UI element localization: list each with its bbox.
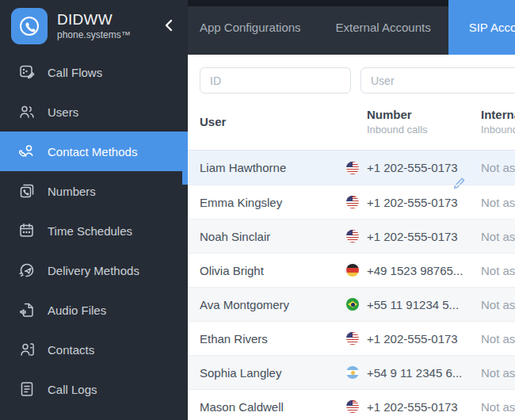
phone-number: +55 11 91234 5...: [367, 298, 459, 311]
number-cell: +1 202-555-0173: [346, 230, 481, 243]
user-name: Olivia Bright: [200, 264, 346, 277]
us-flag-icon: [346, 196, 359, 208]
phone-number: +1 202-555-0173: [367, 161, 458, 174]
internal-number: Not assigned: [481, 366, 515, 380]
id-filter-input[interactable]: [200, 67, 351, 94]
sidebar-item-label: Delivery Methods: [48, 264, 139, 277]
sidebar-item-call-flows[interactable]: Call Flows: [0, 52, 188, 92]
user-name: Noah Sinclair: [200, 230, 346, 243]
column-header-user: User: [200, 115, 346, 128]
phone-number: +1 202-555-0173: [367, 196, 458, 209]
user-name: Liam Hawthorne: [200, 161, 346, 174]
tab-sip-accounts[interactable]: SIP Accounts: [448, 0, 515, 55]
user-name: Emma Kingsley: [200, 196, 346, 209]
sidebar-item-label: Contacts: [48, 343, 94, 357]
us-flag-icon: [346, 400, 359, 413]
internal-number: Not assigned: [481, 332, 515, 346]
user-name: Ava Montgomery: [200, 298, 346, 311]
call-logs-icon: [18, 380, 36, 398]
content-area: User Number Inbound calls Internal Inbou…: [188, 55, 515, 420]
table-row[interactable]: Mason Caldwell +1 202-555-0173 Not assig…: [188, 389, 515, 420]
sidebar-item-label: Audio Files: [48, 304, 106, 317]
sidebar: DIDWW phone.systems™ Call Flows: [0, 0, 188, 420]
user-name: Ethan Rivers: [200, 332, 346, 346]
internal-number: Not assigned: [481, 264, 515, 277]
number-cell: +1 202-555-0173: [346, 196, 481, 209]
tab-external-accounts[interactable]: External Accounts: [319, 0, 448, 55]
brand-text: DIDWW phone.systems™: [57, 11, 131, 41]
filter-bar: [188, 55, 515, 94]
us-flag-icon: [346, 230, 359, 242]
sidebar-item-audio-files[interactable]: Audio Files: [0, 290, 188, 330]
column-header-internal: Internal Inbound: [481, 108, 515, 136]
call-flows-icon: [18, 63, 36, 81]
sidebar-item-label: Call Flows: [48, 66, 102, 79]
number-cell: +55 11 91234 5...: [346, 298, 481, 311]
table-row[interactable]: Ava Montgomery +55 11 91234 5... Not ass…: [188, 287, 515, 321]
time-schedules-icon: [18, 222, 36, 239]
phone-number: +1 202-555-0173: [367, 230, 458, 243]
table-row[interactable]: Olivia Bright +49 1523 98765... Not assi…: [188, 253, 515, 287]
table-row[interactable]: Sophia Langley +54 9 11 2345 6... Not as…: [188, 355, 515, 389]
sidebar-menu: Call Flows Users: [0, 52, 188, 409]
contact-methods-icon: [18, 143, 36, 160]
number-cell: +1 202-555-0173: [346, 161, 481, 174]
contact-methods-table: User Number Inbound calls Internal Inbou…: [188, 94, 515, 420]
column-header-number: Number Inbound calls: [346, 108, 481, 136]
sidebar-item-contact-methods[interactable]: Contact Methods: [0, 132, 188, 171]
brand-tagline: phone.systems™: [57, 30, 131, 41]
number-cell: +1 202-555-0173: [346, 332, 481, 346]
number-cell: +1 202-555-0173: [346, 400, 481, 414]
phone-number: +49 1523 98765...: [367, 264, 463, 277]
sidebar-item-label: Numbers: [48, 185, 96, 198]
internal-number: Not assigned: [481, 400, 515, 414]
delivery-methods-icon: [18, 262, 36, 279]
number-cell: +49 1523 98765...: [346, 264, 481, 277]
sidebar-item-time-schedules[interactable]: Time Schedules: [0, 211, 188, 250]
us-flag-icon: [346, 332, 359, 345]
table-row[interactable]: Emma Kingsley +1 202-555-0173 Not assign…: [188, 185, 515, 219]
internal-number: Not assigned: [481, 298, 515, 311]
tab-app-configurations[interactable]: App Configurations: [188, 0, 319, 55]
table-body: Liam Hawthorne +1 202-555-0173 Not assig…: [188, 151, 515, 420]
sidebar-item-numbers[interactable]: Numbers: [0, 171, 188, 211]
internal-number: Not assigned: [481, 161, 515, 174]
sidebar-item-users[interactable]: Users: [0, 92, 188, 132]
internal-number: Not assigned: [481, 196, 515, 209]
internal-number: Not assigned: [481, 230, 515, 243]
sidebar-item-call-logs[interactable]: Call Logs: [0, 369, 188, 409]
germany-flag-icon: [346, 264, 359, 277]
argentina-flag-icon: [346, 366, 359, 379]
collapse-sidebar-icon[interactable]: [162, 17, 175, 33]
sidebar-item-label: Call Logs: [48, 383, 97, 396]
sidebar-item-label: Contact Methods: [48, 145, 137, 158]
audio-files-icon: [18, 301, 36, 319]
brand-name: DIDWW: [57, 11, 131, 29]
sidebar-item-label: Time Schedules: [48, 224, 132, 238]
contacts-icon: [18, 341, 36, 358]
sidebar-item-delivery-methods[interactable]: Delivery Methods: [0, 250, 188, 290]
phone-number: +54 9 11 2345 6...: [367, 366, 462, 380]
sidebar-item-label: Users: [48, 105, 78, 119]
user-name: Mason Caldwell: [200, 400, 346, 414]
number-cell: +54 9 11 2345 6...: [346, 366, 481, 380]
sidebar-item-contacts[interactable]: Contacts: [0, 330, 188, 369]
table-header: User Number Inbound calls Internal Inbou…: [188, 94, 515, 151]
table-row[interactable]: Noah Sinclair +1 202-555-0173 Not assign…: [188, 219, 515, 253]
app-window: DIDWW phone.systems™ Call Flows: [0, 0, 515, 420]
brand-header: DIDWW phone.systems™: [0, 0, 188, 52]
user-name: Sophia Langley: [200, 366, 346, 380]
main-panel: App Configurations External Accounts SIP…: [188, 0, 515, 420]
user-filter-input[interactable]: [360, 67, 515, 94]
us-flag-icon: [346, 162, 359, 174]
phone-number: +1 202-555-0173: [367, 332, 458, 346]
didww-logo-icon: [11, 8, 48, 44]
table-row[interactable]: Liam Hawthorne +1 202-555-0173 Not assig…: [188, 151, 515, 185]
phone-number: +1 202-555-0173: [367, 400, 458, 414]
users-icon: [18, 103, 36, 120]
numbers-icon: [18, 182, 36, 200]
tab-bar: App Configurations External Accounts SIP…: [188, 0, 515, 55]
brazil-flag-icon: [346, 298, 359, 311]
table-row[interactable]: Ethan Rivers +1 202-555-0173 Not assigne…: [188, 321, 515, 355]
